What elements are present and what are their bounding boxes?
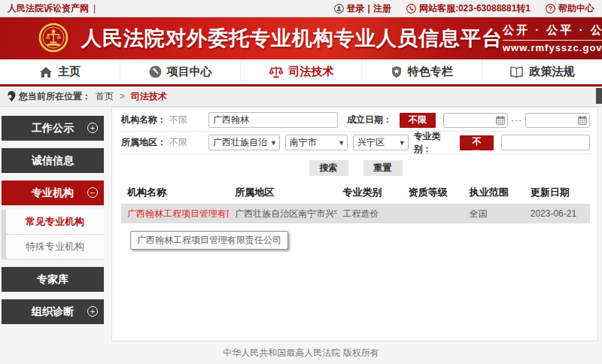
scope-cell: 全国 bbox=[464, 204, 524, 223]
column-header-category: 专业类别 bbox=[337, 181, 403, 204]
help-center-link[interactable]: 帮助中心 bbox=[558, 2, 594, 15]
org-name-label: 机构名称： bbox=[121, 114, 169, 126]
form-row-region: 所属地区： 不限 广西壮族自治区 ▼ 南宁市 ▼ 兴宁区 ▼ 专业类别： 不限 bbox=[121, 132, 590, 154]
city-select[interactable]: 南宁市 ▼ bbox=[285, 135, 348, 150]
submenu-item-label: 常见专业机构 bbox=[26, 215, 84, 229]
updated-cell: 2023-06-21 bbox=[524, 204, 590, 223]
sidebar-item-work-publicity[interactable]: 工作公示 + bbox=[2, 116, 104, 141]
gavel-icon bbox=[149, 65, 162, 78]
breadcrumb-separator: > bbox=[120, 91, 125, 102]
nav-item-featured-column[interactable]: 特色专栏 bbox=[362, 59, 482, 84]
submenu-item-special-orgs[interactable]: 特殊专业机构 bbox=[6, 235, 104, 259]
column-header-updated: 更新日期 bbox=[524, 181, 590, 204]
breadcrumb: 您当前所在位置： 首页 > 司法技术 bbox=[0, 86, 602, 107]
slogan-text: 公开 · 公平 · 公正 bbox=[503, 23, 602, 38]
expand-plus-icon: + bbox=[87, 306, 98, 317]
register-link[interactable]: 注册 bbox=[373, 2, 391, 15]
nav-item-home[interactable]: 主页 bbox=[0, 59, 120, 84]
site-name-link[interactable]: 人民法院诉讼资产网 bbox=[8, 2, 89, 15]
district-select[interactable]: 兴宁区 ▼ bbox=[353, 135, 409, 150]
sidebar-item-expert-library[interactable]: 专家库 bbox=[2, 267, 104, 292]
results-table: 机构名称 所属地区 专业类别 资质等级 执业范围 更新日期 广西翰林工程项目管理… bbox=[121, 181, 590, 223]
content-area: 工作公示 + 诚信信息 专业机构 − 常见专业机构 特殊专业机构 专家库 组织诊… bbox=[0, 107, 602, 341]
sidebar-item-professional-orgs[interactable]: 专业机构 − bbox=[2, 180, 104, 205]
date-unlimited-button[interactable]: 不限 bbox=[400, 113, 436, 128]
nav-label: 司法技术 bbox=[289, 65, 334, 79]
nav-item-policy[interactable]: 政策法规 bbox=[482, 59, 602, 84]
calendar-icon bbox=[578, 116, 587, 125]
submenu-item-common-orgs[interactable]: 常见专业机构 bbox=[6, 210, 104, 235]
province-select-value: 广西壮族自治区 bbox=[213, 136, 268, 149]
nav-label: 特色专栏 bbox=[408, 65, 453, 79]
court-emblem-logo bbox=[36, 21, 71, 56]
district-select-value: 兴宁区 bbox=[357, 136, 397, 149]
platform-title: 人民法院对外委托专业机构专业人员信息平台 bbox=[81, 25, 503, 52]
sidebar-submenu: 常见专业机构 特殊专业机构 bbox=[2, 210, 104, 259]
breadcrumb-prefix: 您当前所在位置： bbox=[19, 90, 91, 103]
org-name-link[interactable]: 广西翰林工程项目管理有限责任... bbox=[127, 208, 229, 219]
date-range-separator: --- bbox=[511, 115, 522, 126]
nav-label: 项目中心 bbox=[167, 65, 212, 79]
svg-text:?: ? bbox=[549, 5, 552, 12]
login-register-divider: | bbox=[368, 3, 370, 14]
copyright-text: 中华人民共和国最高人民法院 版权所有 bbox=[223, 347, 379, 359]
banner-slogan-block: 公开 · 公平 · 公正 www.rmfysszc.gov.cn bbox=[503, 23, 602, 53]
login-link[interactable]: 登录 bbox=[347, 2, 365, 15]
region-cell: 广西壮族自治区南宁市兴宁区 bbox=[229, 204, 336, 223]
date-start-input[interactable] bbox=[443, 113, 508, 128]
phone-icon bbox=[406, 4, 416, 14]
column-header-grade: 资质等级 bbox=[403, 181, 464, 204]
site-url: www.rmfysszc.gov.cn bbox=[503, 42, 602, 53]
location-pin-icon bbox=[8, 91, 16, 102]
scrollbar-thumb[interactable] bbox=[596, 88, 602, 104]
calendar-icon bbox=[496, 116, 505, 125]
category-cell: 工程造价 bbox=[337, 204, 403, 223]
org-name-tooltip: 广西翰林工程项目管理有限责任公司 bbox=[130, 231, 288, 250]
form-actions: 搜索 重置 bbox=[121, 154, 590, 181]
nav-item-judicial-tech[interactable]: 司法技术 bbox=[241, 59, 361, 84]
sidebar-item-label: 组织诊断 bbox=[32, 305, 74, 319]
search-button[interactable]: 搜索 bbox=[309, 160, 348, 176]
founding-date-label: 成立日期： bbox=[347, 114, 392, 126]
scales-icon bbox=[269, 65, 284, 79]
top-utility-bar: 人民法院诉讼资产网 | 登录 | 注册 网站客服:023-63088881转1 … bbox=[0, 0, 602, 17]
grade-cell bbox=[403, 204, 464, 223]
column-header-region: 所属地区 bbox=[229, 181, 336, 204]
org-name-unlimited-option[interactable]: 不限 bbox=[169, 114, 208, 126]
region-label: 所属地区： bbox=[121, 136, 169, 149]
province-select[interactable]: 广西壮族自治区 ▼ bbox=[208, 135, 280, 150]
org-name-input[interactable] bbox=[208, 112, 338, 128]
nav-item-project-center[interactable]: 项目中心 bbox=[120, 59, 241, 84]
chevron-down-icon: ▼ bbox=[399, 139, 406, 147]
sidebar-item-org-diagnosis[interactable]: 组织诊断 + bbox=[2, 299, 104, 324]
category-unlimited-button[interactable]: 不限 bbox=[460, 135, 494, 150]
sidebar-item-label: 诚信信息 bbox=[32, 154, 74, 168]
sidebar-item-label: 工作公示 bbox=[32, 122, 74, 135]
breadcrumb-current: 司法技术 bbox=[131, 90, 167, 103]
table-header-row: 机构名称 所属地区 专业类别 资质等级 执业范围 更新日期 bbox=[121, 181, 590, 204]
submenu-item-label: 特殊专业机构 bbox=[26, 240, 84, 253]
breadcrumb-home-link[interactable]: 首页 bbox=[96, 90, 114, 103]
service-phone-link[interactable]: 网站客服:023-63088881转1 bbox=[419, 2, 531, 15]
sidebar-item-integrity-info[interactable]: 诚信信息 bbox=[2, 148, 104, 173]
region-unlimited-option[interactable]: 不限 bbox=[169, 136, 208, 149]
reset-button[interactable]: 重置 bbox=[363, 160, 403, 176]
city-select-value: 南宁市 bbox=[290, 136, 336, 149]
expand-plus-icon: + bbox=[87, 123, 98, 133]
collapse-minus-icon: − bbox=[87, 187, 98, 198]
badge-icon bbox=[391, 65, 403, 78]
sidebar-item-label: 专业机构 bbox=[32, 187, 74, 200]
sidebar-item-label: 专家库 bbox=[37, 273, 68, 287]
date-end-input[interactable] bbox=[525, 113, 590, 128]
table-row: 广西翰林工程项目管理有限责任... 广西壮族自治区南宁市兴宁区 工程造价 全国 … bbox=[121, 204, 590, 223]
org-name-cell: 广西翰林工程项目管理有限责任... bbox=[121, 204, 229, 223]
nav-label: 主页 bbox=[58, 65, 81, 79]
category-input[interactable] bbox=[501, 135, 590, 150]
chevron-down-icon: ▼ bbox=[338, 139, 345, 147]
column-header-org-name: 机构名称 bbox=[121, 181, 229, 204]
book-icon bbox=[509, 66, 524, 78]
topbar-divider: | bbox=[93, 3, 96, 14]
chevron-down-icon: ▼ bbox=[270, 139, 277, 147]
sidebar-menu: 工作公示 + 诚信信息 专业机构 − 常见专业机构 特殊专业机构 专家库 组织诊… bbox=[0, 107, 107, 332]
help-icon: ? bbox=[546, 4, 555, 14]
